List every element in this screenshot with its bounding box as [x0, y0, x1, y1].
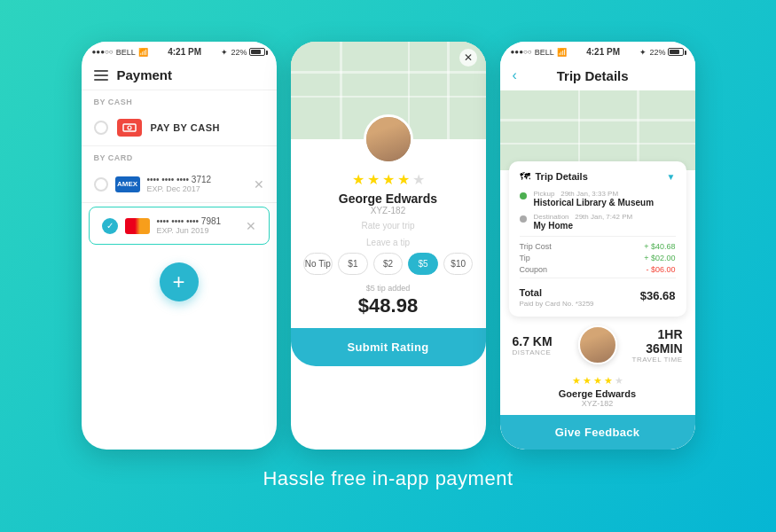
card1-radio[interactable] [94, 177, 108, 192]
carrier-1: BELL [116, 48, 136, 57]
battery-1: 22% [231, 48, 247, 57]
pickup-date: 29th Jan, 3:33 PM [560, 190, 618, 198]
wifi-icon-3: 📶 [557, 48, 567, 57]
tagline: Hassle free in-app payment [263, 467, 513, 490]
p3-star-5: ★ [615, 375, 623, 387]
destination-row: Destination 29th Jan, 7:42 PM My Home [520, 213, 676, 231]
card2-check: ✓ [102, 218, 118, 234]
p3-driver-name: Goerge Edwards [513, 388, 683, 399]
td-icon: 🗺 [520, 170, 530, 183]
travel-time-block: 1HR 36MIN TRAVEL TIME [626, 327, 683, 364]
destination-info: Destination 29th Jan, 7:42 PM My Home [534, 213, 633, 231]
star-1[interactable]: ★ [352, 171, 364, 188]
paid-by-label: Paid by Card No. *3259 [520, 300, 594, 308]
tip-1[interactable]: $1 [338, 253, 368, 275]
coupon-value: - $06.00 [646, 265, 675, 274]
bluetooth-icon: ✦ [221, 48, 228, 57]
tip-5[interactable]: $5 [408, 253, 438, 275]
travel-time-label: TRAVEL TIME [626, 356, 683, 364]
cash-radio[interactable] [94, 121, 108, 135]
tip-buttons-row: No Tip $1 $2 $5 $10 [291, 253, 486, 275]
battery-3: 22% [649, 48, 665, 57]
wifi-icon: 📶 [138, 48, 148, 57]
p3-bottom: 6.7 KM DISTANCE 1HR 36MIN TRAVEL TIME ★ … [500, 317, 695, 408]
trip-map [500, 90, 695, 170]
driver-avatar [364, 114, 413, 164]
card2-number: •••• •••• •••• 7981 [157, 216, 239, 226]
card-2-option[interactable]: ✓ •••• •••• •••• 7981 EXP. Jun 2019 ✕ [89, 207, 270, 245]
phone-payment: ●●●○○ BELL 📶 4:21 PM ✦ 22% Payment BY CA… [82, 42, 277, 450]
trip-details-card: 🗺 Trip Details ▼ Pickup 29th Jan, 3:33 P… [509, 161, 686, 317]
back-button[interactable]: ‹ [513, 67, 517, 83]
card1-info: •••• •••• •••• 3712 EXP. Dec 2017 [147, 175, 247, 193]
status-bar-3: ●●●○○ BELL 📶 4:21 PM ✦ 22% [500, 42, 695, 60]
give-feedback-button[interactable]: Give Feedback [500, 415, 695, 450]
travel-time-value: 1HR 36MIN [626, 327, 683, 356]
tip-row: Tip + $02.00 [520, 254, 676, 262]
coupon-row: Coupon - $06.00 [520, 265, 676, 274]
trip-details-title: Trip Details [524, 68, 662, 83]
cash-icon [117, 119, 142, 137]
p3-driver-avatar [578, 325, 617, 364]
tip-value: + $02.00 [644, 254, 675, 262]
p3-star-3: ★ [593, 375, 602, 387]
p3-driver-stars: ★ ★ ★ ★ ★ [572, 375, 623, 387]
payment-title: Payment [117, 67, 173, 82]
rating-stars[interactable]: ★ ★ ★ ★ ★ [291, 171, 486, 188]
tip-added-label: $5 tip added [291, 284, 486, 293]
pickup-label: Pickup [534, 190, 555, 198]
star-4[interactable]: ★ [397, 171, 410, 188]
menu-icon[interactable] [94, 70, 108, 81]
by-cash-label: BY CASH [82, 90, 277, 110]
star-5[interactable]: ★ [412, 171, 425, 188]
trip-cost-row: Trip Cost + $40.68 [520, 242, 676, 251]
close-button[interactable]: ✕ [459, 49, 477, 66]
driver-name-p2: George Edwards [291, 192, 486, 206]
time-3: 4:21 PM [586, 47, 620, 57]
amex-icon: AMEX [115, 176, 140, 192]
phone-trip-details: ●●●○○ BELL 📶 4:21 PM ✦ 22% ‹ Trip Detail… [500, 42, 695, 450]
tip-10[interactable]: $10 [443, 253, 474, 275]
card2-delete[interactable]: ✕ [246, 219, 256, 233]
card-1-option[interactable]: AMEX •••• •••• •••• 3712 EXP. Dec 2017 ✕ [82, 166, 277, 203]
tip-2[interactable]: $2 [373, 253, 404, 275]
payment-header: Payment [82, 60, 277, 90]
total-row: Total Paid by Card No. *3259 $36.68 [520, 278, 676, 308]
total-amount: $48.98 [291, 294, 486, 317]
coupon-label: Coupon [520, 265, 548, 274]
p3-star-1: ★ [572, 375, 581, 387]
status-bar-1: ●●●○○ BELL 📶 4:21 PM ✦ 22% [82, 42, 277, 60]
time-1: 4:21 PM [168, 47, 201, 57]
leave-tip-label: Leave a tip [291, 238, 486, 247]
destination-label: Destination [534, 213, 569, 221]
pickup-time: Pickup 29th Jan, 3:33 PM [534, 190, 655, 198]
star-2[interactable]: ★ [367, 171, 380, 188]
card1-delete[interactable]: ✕ [254, 177, 264, 192]
trip-details-header: ‹ Trip Details [500, 60, 695, 90]
p3-driver-id: XYZ-182 [513, 399, 683, 408]
td-dropdown-icon[interactable]: ▼ [667, 172, 676, 182]
star-3[interactable]: ★ [382, 171, 395, 188]
pickup-row: Pickup 29th Jan, 3:33 PM Historical Libr… [520, 190, 676, 207]
card1-exp: EXP. Dec 2017 [147, 184, 247, 193]
by-card-label: BY CARD [82, 146, 277, 166]
pickup-info: Pickup 29th Jan, 3:33 PM Historical Libr… [534, 190, 655, 207]
distance-label: DISTANCE [513, 348, 569, 356]
pickup-name: Historical Library & Museum [534, 198, 655, 207]
cash-label: PAY BY CASH [151, 122, 220, 133]
distance-value: 6.7 KM [513, 334, 569, 348]
phones-container: ●●●○○ BELL 📶 4:21 PM ✦ 22% Payment BY CA… [82, 42, 695, 450]
mastercard-icon [125, 218, 150, 234]
tip-notip[interactable]: No Tip [303, 253, 333, 275]
svg-rect-0 [123, 124, 136, 131]
cost-rows: Trip Cost + $40.68 Tip + $02.00 Coupon -… [520, 236, 676, 274]
td-title: Trip Details [536, 171, 588, 182]
add-card-button[interactable]: + [160, 262, 199, 301]
pickup-dot [520, 192, 527, 200]
submit-rating-button[interactable]: Submit Rating [291, 328, 486, 366]
destination-dot [520, 215, 527, 223]
cash-option[interactable]: PAY BY CASH [82, 110, 277, 146]
total-value: $36.68 [640, 289, 676, 302]
tip-label: Tip [520, 254, 530, 262]
card2-info: •••• •••• •••• 7981 EXP. Jun 2019 [157, 216, 239, 235]
